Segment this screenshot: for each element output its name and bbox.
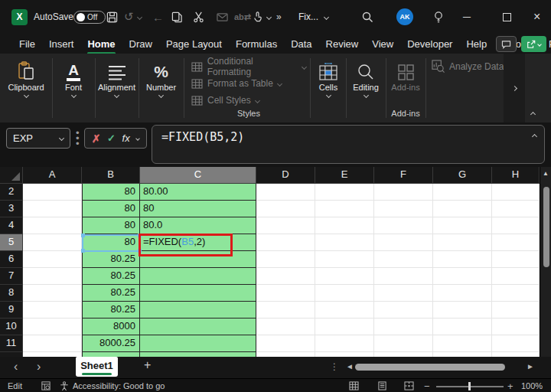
menu-tab-review[interactable]: Review (319, 35, 366, 53)
minimize-button[interactable]: ─ (463, 11, 471, 23)
cell-E3[interactable] (315, 201, 374, 217)
page-break-view-button[interactable] (404, 379, 414, 392)
column-header-A[interactable]: A (23, 167, 82, 184)
menu-tab-home[interactable]: Home (80, 35, 122, 53)
cell-G5[interactable] (433, 234, 492, 251)
row-header-2[interactable]: 2 (0, 184, 23, 201)
name-box[interactable]: EXP (6, 128, 70, 149)
insert-function-button[interactable]: fx (122, 132, 130, 144)
menu-tab-draw[interactable]: Draw (122, 35, 159, 53)
format-as-table-button[interactable]: Format as Table (191, 75, 306, 92)
undo-icon[interactable]: ↺ (124, 10, 134, 24)
autosave-toggle[interactable]: Off (73, 11, 106, 24)
accessibility-checker[interactable]: Accessibility: Good to go (60, 379, 165, 392)
zoom-in-button[interactable]: + (507, 379, 514, 392)
cell-A10[interactable] (23, 318, 82, 335)
column-header-H[interactable]: H (492, 167, 540, 184)
cell-G7[interactable] (433, 268, 492, 285)
cell-A2[interactable] (23, 184, 82, 201)
touch-mode-dropdown-icon[interactable] (266, 14, 272, 19)
menu-tab-view[interactable]: View (365, 35, 400, 53)
zoom-level[interactable]: 100% (521, 379, 543, 392)
save-button[interactable] (106, 0, 118, 34)
vertical-scroll-thumb[interactable] (543, 187, 549, 267)
collapse-ribbon-icon[interactable] (531, 107, 535, 119)
add-ins-button[interactable]: Add-ins (386, 58, 425, 92)
menu-tab-file[interactable]: File (12, 35, 42, 53)
formula-input[interactable]: =FIXED(B5,2) (152, 125, 545, 164)
cell-B4[interactable]: 80 (82, 217, 140, 234)
cell-G11[interactable] (433, 335, 492, 352)
cell-F9[interactable] (374, 302, 433, 318)
cell-E8[interactable] (315, 285, 374, 302)
column-header-B[interactable]: B (82, 167, 140, 184)
ribbon-scroll-right[interactable] (504, 54, 525, 122)
cell-A3[interactable] (23, 201, 82, 217)
cell-G3[interactable] (433, 201, 492, 217)
cell-C4[interactable]: 80.0 (140, 217, 256, 234)
column-header-C[interactable]: C (140, 167, 256, 184)
cell-D8[interactable] (256, 285, 315, 302)
zoom-out-button[interactable]: − (424, 379, 430, 392)
cell-G9[interactable] (433, 302, 492, 318)
translate-icon[interactable]: ab⇄ (234, 12, 251, 22)
cell-G2[interactable] (433, 184, 492, 201)
row-header-4[interactable]: 4 (0, 217, 23, 234)
normal-view-button[interactable] (349, 379, 359, 392)
cell-B10[interactable]: 8000 (82, 318, 140, 335)
page-layout-view-button[interactable] (377, 379, 387, 392)
cancel-entry-button[interactable]: ✗ (92, 132, 101, 145)
cell-B8[interactable]: 80.25 (82, 285, 140, 302)
macro-record-button[interactable] (41, 379, 51, 392)
alignment-group-button[interactable]: Alignment (95, 58, 139, 97)
cell-E4[interactable] (315, 217, 374, 234)
search-button[interactable] (361, 0, 373, 34)
cell-H3[interactable] (492, 201, 540, 217)
row-header-7[interactable]: 7 (0, 268, 23, 285)
cell-D9[interactable] (256, 302, 315, 318)
cell-D4[interactable] (256, 217, 315, 234)
prev-sheet-icon[interactable]: ‹ (14, 360, 18, 374)
tell-me-button[interactable] (433, 0, 444, 34)
menu-tab-page-layout[interactable]: Page Layout (159, 35, 229, 53)
cell-C8[interactable] (140, 285, 256, 302)
collapse-formula-bar-icon[interactable] (532, 134, 537, 139)
touch-mode-button[interactable] (253, 0, 271, 34)
scroll-left-icon[interactable]: ◄ (346, 362, 354, 371)
cell-F6[interactable] (374, 251, 433, 268)
sheet-tab-sheet1[interactable]: Sheet1 (76, 357, 118, 377)
row-header-5[interactable]: 5 (0, 234, 23, 251)
row-header-6[interactable]: 6 (0, 251, 23, 268)
column-header-D[interactable]: D (256, 167, 315, 184)
document-title[interactable]: Fix... (298, 11, 318, 22)
cell-B7[interactable]: 80.25 (82, 268, 140, 285)
row-header-3[interactable]: 3 (0, 201, 23, 217)
analyze-data-button[interactable]: Analyze Data (432, 60, 504, 73)
more-commands-icon[interactable]: » (276, 11, 282, 22)
cell-H8[interactable] (492, 285, 540, 302)
cell-H7[interactable] (492, 268, 540, 285)
cell-F4[interactable] (374, 217, 433, 234)
add-sheet-button[interactable]: + (144, 358, 151, 372)
cell-A11[interactable] (23, 335, 82, 352)
cell-E6[interactable] (315, 251, 374, 268)
cell-styles-button[interactable]: Cell Styles (191, 92, 306, 109)
number-group-button[interactable]: %Number (139, 58, 184, 97)
cell-G4[interactable] (433, 217, 492, 234)
cell-C7[interactable] (140, 268, 256, 285)
cell-H11[interactable] (492, 335, 540, 352)
row-header-11[interactable]: 11 (0, 335, 23, 352)
cell-D10[interactable] (256, 318, 315, 335)
cell-H2[interactable] (492, 184, 540, 201)
cell-F11[interactable] (374, 335, 433, 352)
select-all-corner[interactable] (0, 167, 23, 184)
cell-G6[interactable] (433, 251, 492, 268)
menu-tab-developer[interactable]: Developer (400, 35, 459, 53)
cell-E7[interactable] (315, 268, 374, 285)
cell-F7[interactable] (374, 268, 433, 285)
title-dropdown-icon[interactable] (324, 14, 329, 19)
cell-G10[interactable] (433, 318, 492, 335)
row-header-9[interactable]: 9 (0, 302, 23, 318)
zoom-slider-thumb[interactable] (468, 382, 471, 390)
cell-A9[interactable] (23, 302, 82, 318)
